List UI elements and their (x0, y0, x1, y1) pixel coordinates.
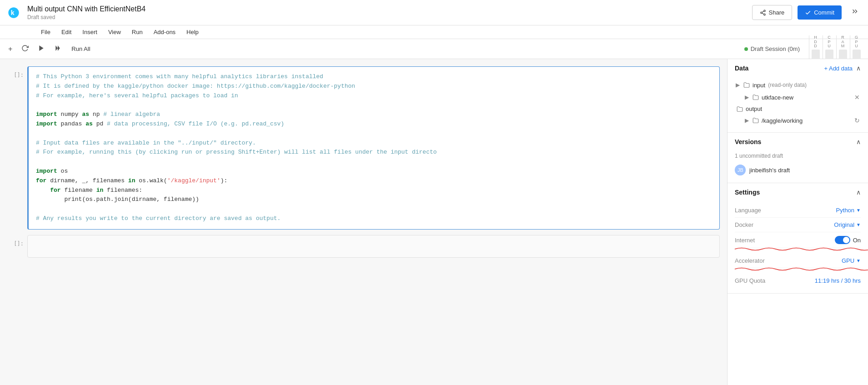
svg-point-2 (760, 12, 762, 14)
run-all-button[interactable]: Run All (68, 44, 94, 54)
settings-section-title: Settings (735, 189, 760, 196)
gpu-quota-row: GPU Quota 11:19 hrs / 30 hrs (735, 274, 861, 288)
cell-wrapper-1: []: # This Python 3 environment comes wi… (7, 66, 720, 230)
gpu-quota-label: GPU Quota (735, 277, 765, 284)
settings-content: Language Python ▼ Docker Original ▼ (728, 201, 868, 293)
main-content: []: # This Python 3 environment comes wi… (0, 59, 868, 385)
versions-content: 1 uncommitted draft JB jinbeifish's draf… (728, 151, 868, 183)
fast-forward-button[interactable] (51, 43, 64, 55)
language-value[interactable]: Python ▼ (836, 207, 861, 214)
data-section-content: ▶ input (read-only data) ▶ utkface-new ✕ (728, 77, 868, 132)
versions-section-title: Versions (735, 138, 761, 145)
right-sidebar: Data + Add data ∧ ▶ input (read-only dat… (727, 59, 868, 385)
hide-sidebar-button[interactable] (847, 5, 863, 20)
hdd-meter: HDD (809, 35, 822, 63)
svg-marker-6 (40, 45, 44, 51)
fast-forward-icon (54, 45, 61, 52)
draft-user-row: JB jinbeifish's draft (735, 163, 861, 177)
svg-marker-7 (56, 45, 58, 51)
session-dot (744, 47, 748, 51)
share-icon (760, 10, 766, 16)
cpu-meter: CPU (823, 35, 835, 63)
internet-underline-decoration (735, 247, 861, 251)
data-section-header[interactable]: Data + Add data ∧ (728, 59, 868, 77)
draft-avatar: JB (735, 165, 746, 175)
toolbar: + Run All Draft Session (0m) HDD CPU RAM… (0, 39, 868, 59)
settings-section: Settings ∧ Language Python ▼ Docker Orig… (728, 183, 868, 294)
utkface-chevron[interactable]: ▶ (744, 93, 750, 101)
docker-value[interactable]: Original ▼ (834, 221, 861, 228)
data-section: Data + Add data ∧ ▶ input (read-only dat… (728, 59, 868, 133)
refresh-working-button[interactable]: ↻ (853, 116, 861, 125)
cell-wrapper-2: []: (7, 235, 720, 258)
accelerator-arrow: ▼ (856, 258, 861, 263)
check-icon (805, 10, 811, 16)
svg-point-1 (763, 10, 765, 12)
settings-collapse-button[interactable]: ∧ (856, 189, 861, 196)
versions-section-header[interactable]: Versions ∧ (728, 133, 868, 151)
output-folder-item: output (735, 104, 861, 114)
language-arrow: ▼ (856, 208, 861, 213)
add-cell-button[interactable]: + (5, 43, 15, 55)
menu-help[interactable]: Help (182, 28, 203, 36)
title-area: Multi output CNN with EfficientNetB4 Dra… (27, 5, 146, 20)
internet-on-label: On (853, 237, 861, 244)
gpu-quota-value: 11:19 hrs / 30 hrs (815, 277, 861, 284)
play-icon (38, 45, 45, 52)
hide-panel-icon (851, 7, 859, 15)
kaggle-logo: k (5, 5, 22, 21)
data-collapse-button[interactable]: ∧ (856, 65, 861, 72)
uncommitted-draft-label: 1 uncommitted draft (735, 153, 861, 159)
docker-label: Docker (735, 221, 753, 228)
refresh-icon (21, 45, 29, 52)
menu-addons[interactable]: Add-ons (149, 28, 180, 36)
subfolder-icon (753, 94, 759, 100)
working-folder-icon (753, 117, 759, 124)
menu-insert[interactable]: Insert (78, 28, 102, 36)
svg-text:JB: JB (738, 167, 743, 173)
cell-number-1: []: (7, 66, 24, 78)
svg-point-3 (763, 14, 765, 15)
notebook-title: Multi output CNN with EfficientNetB4 (27, 5, 146, 13)
menu-edit[interactable]: Edit (57, 28, 76, 36)
docker-arrow: ▼ (856, 222, 861, 227)
output-folder-icon (737, 106, 743, 112)
data-section-title: Data (735, 65, 748, 72)
kaggle-working-chevron[interactable]: ▶ (744, 116, 750, 125)
code-cell-1[interactable]: # This Python 3 environment comes with m… (27, 66, 720, 230)
cell-number-2: []: (7, 235, 24, 247)
notebook-area[interactable]: []: # This Python 3 environment comes wi… (0, 59, 727, 385)
docker-setting-row: Docker Original ▼ (735, 218, 861, 232)
share-button[interactable]: Share (752, 5, 793, 20)
settings-section-header[interactable]: Settings ∧ (728, 183, 868, 201)
menu-run[interactable]: Run (127, 28, 147, 36)
session-status: Draft Session (0m) (744, 45, 800, 52)
code-cell-2[interactable] (27, 235, 720, 258)
svg-line-5 (762, 11, 764, 12)
versions-collapse-button[interactable]: ∧ (856, 138, 861, 145)
draft-saved-status: Draft saved (27, 14, 146, 20)
kaggle-working-item: ▶ /kaggle/working ↻ (744, 114, 861, 127)
top-bar: k Multi output CNN with EfficientNetB4 D… (0, 0, 868, 25)
internet-toggle[interactable]: On (835, 236, 861, 244)
refresh-button[interactable] (19, 43, 31, 55)
svg-marker-8 (58, 45, 60, 51)
commit-button[interactable]: Commit (798, 5, 842, 20)
folder-icon (743, 82, 750, 88)
versions-section: Versions ∧ 1 uncommitted draft JB jinbei… (728, 133, 868, 183)
internet-setting-row: Internet On (735, 232, 861, 248)
language-label: Language (735, 207, 761, 214)
toggle-thumb (843, 237, 849, 243)
accelerator-value[interactable]: GPU ▼ (842, 257, 861, 264)
accelerator-underline-decoration (735, 267, 861, 271)
ram-meter: RAM (836, 35, 849, 63)
input-chevron[interactable]: ▶ (735, 81, 741, 89)
add-data-button[interactable]: + Add data (824, 65, 853, 72)
run-cell-button[interactable] (35, 43, 48, 55)
resource-meters: HDD CPU RAM GPU (809, 35, 863, 63)
utkface-item: ▶ utkface-new ✕ (744, 91, 861, 104)
menu-file[interactable]: File (36, 28, 55, 36)
remove-dataset-button[interactable]: ✕ (853, 93, 861, 102)
menu-view[interactable]: View (104, 28, 125, 36)
toggle-track[interactable] (835, 236, 850, 244)
